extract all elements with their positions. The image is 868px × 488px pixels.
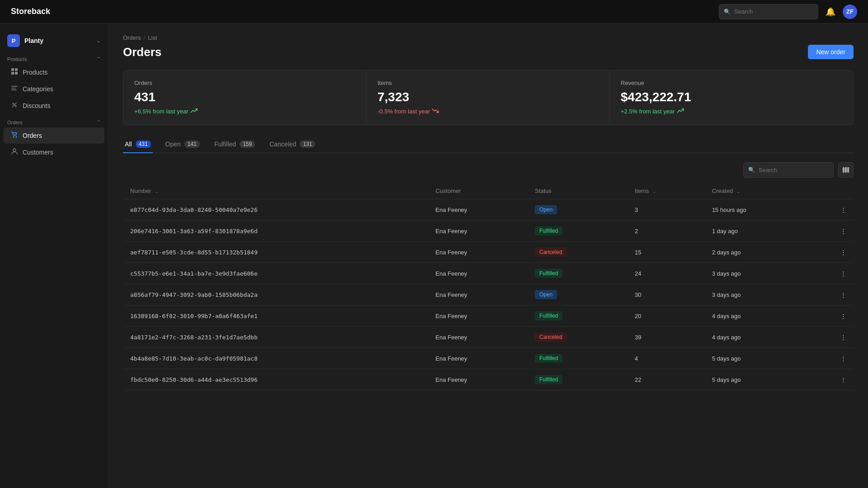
stat-revenue-change: +2.5% from last year <box>621 107 842 116</box>
trending-down-icon <box>432 107 439 116</box>
table-row[interactable]: c55377b5-e6e1-34a1-ba7e-3e9d3fae606e Ena… <box>123 263 854 284</box>
col-items[interactable]: Items ⌄ <box>627 183 705 199</box>
order-status: Fulfilled <box>528 305 627 327</box>
order-customer: Ena Feeney <box>428 284 528 305</box>
notification-bell-icon[interactable]: 🔔 <box>826 7 835 17</box>
chevron-up-icon2: ⌃ <box>97 119 101 125</box>
col-customer: Customer <box>428 183 528 199</box>
table-row[interactable]: 206e7416-3001-3a63-a59f-8301878a9e6d Ena… <box>123 221 854 242</box>
order-created: 15 hours ago <box>705 199 810 221</box>
table-row[interactable]: 4a8171e2-4f7c-3268-a231-3fe1d7ae5dbb Ena… <box>123 327 854 348</box>
row-actions-button[interactable]: ⋮ <box>810 221 854 242</box>
global-search-box[interactable]: 🔍 <box>719 4 818 19</box>
workspace-selector[interactable]: P Planty ⌄ <box>0 31 108 51</box>
order-created: 3 days ago <box>705 263 810 284</box>
sidebar-item-discounts[interactable]: Discounts <box>4 98 104 114</box>
breadcrumb-orders[interactable]: Orders <box>123 34 141 41</box>
topnav: Storeback 🔍 🔔 ZF <box>0 0 868 23</box>
table-row[interactable]: fbdc50e0-8250-30d6-a44d-ae3ec5513d96 Ena… <box>123 369 854 390</box>
row-actions-button[interactable]: ⋮ <box>810 369 854 390</box>
sidebar-item-categories-label: Categories <box>23 85 53 93</box>
row-actions-button[interactable]: ⋮ <box>810 305 854 327</box>
avatar[interactable]: ZF <box>843 5 857 19</box>
svg-point-8 <box>16 136 17 138</box>
tab-canceled-label: Canceled <box>269 141 296 148</box>
global-search-input[interactable] <box>734 8 813 15</box>
tab-all[interactable]: All 431 <box>123 136 153 153</box>
row-actions-button[interactable]: ⋮ <box>810 327 854 348</box>
row-actions-button[interactable]: ⋮ <box>810 348 854 369</box>
order-items: 15 <box>627 242 705 263</box>
svg-point-4 <box>13 103 14 104</box>
order-created: 4 days ago <box>705 327 810 348</box>
topnav-right: 🔍 🔔 ZF <box>719 4 857 19</box>
stat-items-label: Items <box>377 80 599 86</box>
order-id: aef78711-e505-3cde-8d55-b17132b51849 <box>130 249 258 256</box>
svg-rect-0 <box>11 68 14 71</box>
order-status: Open <box>528 199 627 221</box>
table-row[interactable]: 16389168-6f82-3010-99b7-a0a6f463afe1 Ena… <box>123 305 854 327</box>
customers-icon <box>11 148 18 157</box>
order-customer: Ena Feeney <box>428 221 528 242</box>
sidebar-item-customers[interactable]: Customers <box>4 144 104 160</box>
stat-items: Items 7,323 -0.5% from last year <box>367 70 610 125</box>
trending-up-icon <box>190 107 198 116</box>
order-id: 4a8171e2-4f7c-3268-a231-3fe1d7ae5dbb <box>130 334 258 341</box>
svg-rect-3 <box>15 72 18 75</box>
tab-fulfilled-label: Fulfilled <box>214 141 236 148</box>
svg-rect-10 <box>843 167 844 173</box>
page-title: Orders <box>123 45 161 59</box>
columns-button[interactable] <box>838 162 854 178</box>
order-created: 4 days ago <box>705 305 810 327</box>
main-content: Orders / List Orders New order Orders 43… <box>108 23 868 488</box>
tab-open[interactable]: Open 141 <box>164 136 202 153</box>
svg-point-9 <box>13 149 16 151</box>
table-row[interactable]: 4b4a8e85-7d10-3eab-ac0c-da9f05981ac8 Ena… <box>123 348 854 369</box>
sidebar-item-products[interactable]: Products <box>4 64 104 80</box>
row-actions-button[interactable]: ⋮ <box>810 263 854 284</box>
tab-fulfilled[interactable]: Fulfilled 159 <box>212 136 257 153</box>
sidebar-section-orders-label: Orders <box>7 120 23 125</box>
col-created[interactable]: Created ⌄ <box>705 183 810 199</box>
chevron-up-icon: ⌃ <box>97 56 101 62</box>
table-row[interactable]: a856af79-4947-3092-9ab0-1585b06bda2a Ena… <box>123 284 854 305</box>
table-row[interactable]: e877c04d-93da-3da0-8240-50040a7e9e26 Ena… <box>123 199 854 221</box>
sidebar-item-products-label: Products <box>23 69 47 76</box>
tab-fulfilled-badge: 159 <box>240 141 255 148</box>
stat-revenue-change-text: +2.5% from last year <box>621 108 675 115</box>
trending-up-icon2 <box>677 107 684 116</box>
table-search-input[interactable] <box>759 167 829 174</box>
sidebar: P Planty ⌄ Products ⌃ Products Categorie… <box>0 23 108 488</box>
stat-orders-label: Orders <box>134 80 355 86</box>
tab-canceled-badge: 131 <box>300 141 315 148</box>
sidebar-section-products[interactable]: Products ⌃ <box>0 54 108 64</box>
order-created: 2 days ago <box>705 242 810 263</box>
row-actions-button[interactable]: ⋮ <box>810 199 854 221</box>
brand-logo: Storeback <box>11 7 719 16</box>
new-order-button[interactable]: New order <box>808 45 854 59</box>
discounts-icon <box>11 101 18 110</box>
stat-orders-change: +6.5% from last year <box>134 107 355 116</box>
tab-open-label: Open <box>165 141 181 148</box>
sidebar-section-orders[interactable]: Orders ⌃ <box>0 117 108 127</box>
col-number[interactable]: Number ⌄ <box>123 183 428 199</box>
row-actions-button[interactable]: ⋮ <box>810 242 854 263</box>
stat-items-change: -0.5% from last year <box>377 107 599 116</box>
sidebar-item-categories[interactable]: Categories <box>4 81 104 97</box>
stat-orders-change-text: +6.5% from last year <box>134 108 189 115</box>
order-items: 39 <box>627 327 705 348</box>
table-search-icon: 🔍 <box>748 167 755 173</box>
table-row[interactable]: aef78711-e505-3cde-8d55-b17132b51849 Ena… <box>123 242 854 263</box>
stats-grid: Orders 431 +6.5% from last year Items 7,… <box>123 70 854 125</box>
tab-canceled[interactable]: Canceled 131 <box>268 136 317 153</box>
sidebar-item-orders[interactable]: Orders <box>4 127 104 144</box>
stat-revenue: Revenue $423,222.71 +2.5% from last year <box>610 70 853 125</box>
order-customer: Ena Feeney <box>428 263 528 284</box>
stat-items-change-text: -0.5% from last year <box>377 108 430 115</box>
order-items: 20 <box>627 305 705 327</box>
order-created: 1 day ago <box>705 221 810 242</box>
order-status: Canceled <box>528 242 627 263</box>
table-search-box[interactable]: 🔍 <box>743 162 834 178</box>
order-status: Fulfilled <box>528 221 627 242</box>
row-actions-button[interactable]: ⋮ <box>810 284 854 305</box>
